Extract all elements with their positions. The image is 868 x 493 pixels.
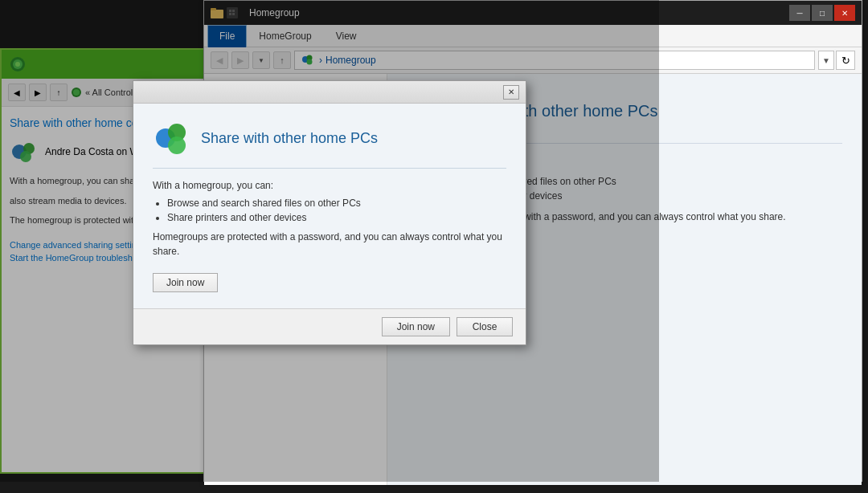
dialog-bullet-1: Browse and search shared files on other … [167, 198, 506, 209]
addr-right-controls: ▼ ↻ [818, 51, 855, 70]
dialog-subtitle: With a homegroup, you can: [153, 180, 506, 191]
dropdown-btn[interactable]: ▼ [818, 51, 834, 70]
dialog-homegroup-icon [153, 120, 190, 157]
dialog-content: Share with other home PCs With a homegro… [133, 104, 526, 308]
refresh-btn[interactable]: ↻ [836, 51, 855, 70]
maximize-btn[interactable]: □ [812, 5, 833, 21]
dialog-join-now-button[interactable]: Join now [153, 273, 218, 292]
dialog-share-header: Share with other home PCs [153, 120, 506, 169]
minimize-btn[interactable]: ─ [789, 5, 810, 21]
window-controls: ─ □ ✕ [789, 5, 855, 21]
dialog-title-bar: ✕ [133, 81, 526, 104]
dialog-close-footer-btn[interactable]: Close [457, 317, 513, 336]
dialog-footer: Join now Close [133, 308, 526, 344]
dialog-overlay: ✕ Share with other home PCs With a homeg… [0, 0, 659, 482]
dialog-note: Homegroups are protected with a password… [153, 230, 506, 259]
dialog-list: Browse and search shared files on other … [167, 198, 506, 223]
close-btn[interactable]: ✕ [834, 5, 855, 21]
homegroup-dialog: ✕ Share with other home PCs With a homeg… [133, 80, 526, 345]
svg-point-42 [168, 136, 186, 154]
dialog-bullet-2: Share printers and other devices [167, 212, 506, 223]
dialog-share-title: Share with other home PCs [201, 130, 378, 147]
dialog-join-footer-btn[interactable]: Join now [382, 317, 450, 336]
dialog-close-x-btn[interactable]: ✕ [503, 85, 519, 100]
